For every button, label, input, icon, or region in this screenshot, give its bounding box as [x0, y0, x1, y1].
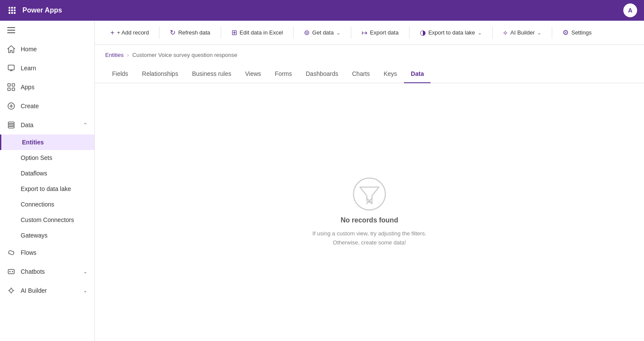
apps-icon	[7, 83, 16, 91]
get-data-button[interactable]: ⊚ Get data ⌄	[299, 26, 346, 39]
sidebar-item-learn[interactable]: Learn	[0, 59, 94, 78]
sidebar-item-data[interactable]: Data ⌃	[0, 116, 94, 135]
export-lake-arrow: ⌄	[478, 30, 482, 36]
breadcrumb-current: Customer Voice survey question response	[132, 52, 238, 58]
ai-builder-arrow: ⌄	[537, 30, 541, 36]
ai-builder-button[interactable]: ⟡ AI Builder ⌄	[498, 26, 547, 39]
svg-rect-0	[7, 27, 15, 28]
svg-rect-3	[8, 65, 14, 70]
tab-forms[interactable]: Forms	[268, 65, 299, 83]
breadcrumb: Entities › Customer Voice survey questio…	[105, 52, 634, 58]
edit-data-excel-button[interactable]: ⊞ Edit data in Excel	[226, 26, 288, 39]
sidebar: Home Learn Apps Create	[0, 21, 95, 341]
export-data-lake-button[interactable]: ◑ Export to data lake ⌄	[415, 26, 487, 39]
sidebar-sub-item-option-sets[interactable]: Option Sets	[0, 150, 94, 166]
get-data-icon: ⊚	[304, 28, 309, 37]
sidebar-item-learn-label: Learn	[21, 65, 36, 72]
sidebar-sub-item-dataflows[interactable]: Dataflows	[0, 166, 94, 181]
edit-excel-label: Edit data in Excel	[240, 29, 283, 36]
svg-rect-1	[7, 30, 15, 31]
sidebar-item-apps[interactable]: Apps	[0, 78, 94, 97]
sidebar-sub-item-connections[interactable]: Connections	[0, 197, 94, 212]
tab-views[interactable]: Views	[238, 65, 268, 83]
svg-rect-2	[7, 32, 15, 33]
svg-rect-4	[8, 84, 10, 86]
settings-label: Settings	[571, 29, 591, 36]
toolbar-divider-1	[159, 27, 159, 39]
refresh-data-label: Refresh data	[178, 29, 210, 36]
sidebar-item-create[interactable]: Create	[0, 97, 94, 116]
export-data-button[interactable]: ↦ Export data	[356, 26, 404, 39]
top-bar-right: A	[623, 3, 637, 17]
refresh-data-button[interactable]: ↻ Refresh data	[165, 26, 215, 39]
breadcrumb-separator: ›	[127, 52, 129, 58]
sidebar-item-home-label: Home	[21, 46, 37, 53]
toolbar-divider-5	[409, 27, 410, 39]
sidebar-item-create-label: Create	[21, 103, 39, 109]
tab-fields[interactable]: Fields	[105, 65, 135, 83]
content-area: + + Add record ↻ Refresh data ⊞ Edit dat…	[95, 21, 644, 341]
sidebar-item-home[interactable]: Home	[0, 40, 94, 59]
home-icon	[7, 45, 16, 53]
sidebar-item-ai-label: AI Builder	[21, 287, 47, 294]
add-record-icon: +	[110, 29, 114, 37]
get-data-label: Get data	[312, 29, 334, 36]
sidebar-hamburger[interactable]	[0, 21, 94, 40]
ai-builder-label: AI Builder	[510, 29, 535, 36]
add-record-button[interactable]: + + Add record	[105, 26, 154, 39]
tab-relationships[interactable]: Relationships	[135, 65, 185, 83]
svg-rect-7	[12, 88, 15, 91]
excel-icon: ⊞	[231, 28, 237, 37]
breadcrumb-parent[interactable]: Entities	[105, 52, 124, 58]
main-content: No records found If using a custom view,…	[95, 83, 644, 341]
settings-button[interactable]: ⚙ Settings	[557, 26, 597, 39]
sidebar-sub-item-dataflows-label: Dataflows	[21, 170, 47, 177]
avatar[interactable]: A	[623, 3, 637, 17]
tab-charts[interactable]: Charts	[345, 65, 377, 83]
svg-rect-12	[8, 124, 14, 126]
tab-business-rules[interactable]: Business rules	[185, 65, 238, 83]
sidebar-sub-item-export-data-lake-label: Export to data lake	[21, 185, 71, 192]
sidebar-sub-item-entities-label: Entities	[22, 139, 44, 146]
svg-rect-6	[8, 88, 10, 91]
empty-state: No records found If using a custom view,…	[313, 177, 426, 247]
app-title: Power Apps	[22, 6, 62, 14]
hamburger-icon	[7, 26, 16, 34]
empty-state-icon	[352, 177, 387, 211]
sidebar-sub-item-entities[interactable]: Entities	[0, 135, 94, 150]
waffle-icon[interactable]	[7, 5, 17, 16]
sidebar-sub-item-gateways[interactable]: Gateways	[0, 228, 94, 243]
toolbar-divider-4	[351, 27, 351, 39]
chevron-up-icon: ⌃	[83, 122, 88, 128]
tab-dashboards[interactable]: Dashboards	[299, 65, 345, 83]
tabs: Fields Relationships Business rules View…	[95, 65, 644, 83]
flows-icon	[7, 248, 16, 257]
chatbots-icon	[7, 267, 16, 276]
empty-state-description: If using a custom view, try adjusting th…	[313, 229, 426, 247]
sidebar-item-flows[interactable]: Flows	[0, 243, 94, 262]
svg-rect-13	[8, 126, 14, 128]
tab-data[interactable]: Data	[404, 65, 431, 83]
chevron-down-icon: ⌄	[83, 269, 88, 275]
svg-point-17	[9, 289, 13, 292]
sidebar-sub-item-custom-connectors[interactable]: Custom Connectors	[0, 212, 94, 228]
svg-point-15	[9, 271, 11, 272]
sidebar-sub-item-custom-connectors-label: Custom Connectors	[21, 216, 74, 223]
svg-rect-11	[8, 122, 14, 124]
svg-rect-5	[12, 84, 15, 86]
top-bar-left: Power Apps	[7, 5, 62, 16]
sidebar-item-chatbots[interactable]: Chatbots ⌄	[0, 262, 94, 281]
chevron-down-icon-ai: ⌄	[83, 288, 88, 294]
export-lake-label: Export to data lake	[428, 29, 475, 36]
svg-rect-14	[8, 269, 14, 274]
tab-keys[interactable]: Keys	[377, 65, 404, 83]
create-icon	[7, 102, 16, 110]
empty-state-title: No records found	[341, 216, 398, 224]
toolbar-divider-3	[293, 27, 294, 39]
sidebar-sub-item-gateways-label: Gateways	[21, 232, 47, 239]
sidebar-item-ai-builder[interactable]: AI Builder ⌄	[0, 281, 94, 300]
toolbar-divider-2	[221, 27, 221, 39]
sidebar-sub-item-export-data-lake[interactable]: Export to data lake	[0, 181, 94, 197]
sidebar-item-data-label: Data	[21, 122, 34, 128]
ai-icon	[7, 286, 16, 295]
